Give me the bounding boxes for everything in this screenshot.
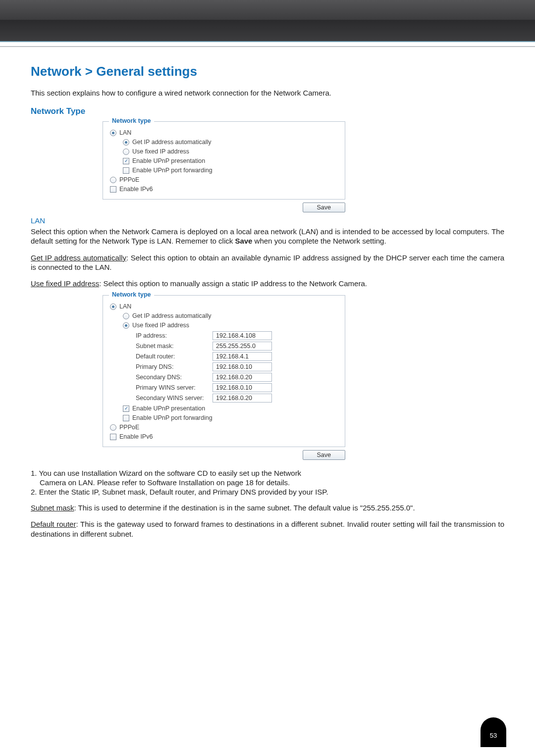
lan-para-b: when you complete the Network setting. [252,237,386,245]
p2-check-upnp-pres-row[interactable]: Enable UPnP presentation [110,405,338,412]
p2-check-upnp-port-row[interactable]: Enable UPnP port forwarding [110,414,338,421]
get-auto-label: Get IP address automatically [31,253,126,262]
page-body: Network > General settings This section … [0,47,535,560]
page-title: Network > General settings [31,64,504,79]
check-upnp-pres-row[interactable]: Enable UPnP presentation [110,157,338,164]
check-ipv6-row[interactable]: Enable IPv6 [110,186,338,193]
section-network-type: Network Type [31,106,504,116]
panel1-wrap: Network type LAN Get IP address automati… [103,121,345,200]
ip-address-input[interactable] [213,331,272,340]
primary-wins-input[interactable] [213,383,272,392]
p2-radio-pppoe-label: PPPoE [119,424,139,431]
secondary-dns-row: Secondary DNS: [136,373,338,382]
ip-address-row: IP address: [136,331,338,340]
radio-icon [123,313,129,319]
subnet-mask-row: Subnet mask: [136,342,338,351]
checkbox-icon [123,158,129,164]
radio-use-fixed-label: Use fixed IP address [132,148,189,155]
subnet-mask-label: Subnet mask: [136,343,208,350]
list-item-1a: 1. You can use Installation Wizard on th… [31,469,504,477]
secondary-dns-label: Secondary DNS: [136,374,208,381]
panel1-save-row: Save [103,202,345,212]
router-text: : This is the gateway used to forward fr… [31,520,504,538]
use-fixed-text: : Select this option to manually assign … [99,279,367,288]
radio-use-fixed-row[interactable]: Use fixed IP address [110,148,338,155]
separator [0,46,535,47]
panel2-wrap: Network type LAN Get IP address automati… [103,295,345,447]
header-band [0,0,535,42]
list-item-2: 2. Enter the Static IP, Subnet mask, Def… [31,488,504,496]
checkbox-icon [123,415,129,421]
secondary-wins-label: Secondary WINS server: [136,395,208,402]
save-button[interactable]: Save [303,450,346,460]
check-upnp-port-label: Enable UPnP port forwarding [132,167,213,174]
panel2-legend: Network type [109,291,154,298]
numbered-list: 1. You can use Installation Wizard on th… [31,469,504,496]
default-router-label: Default router: [136,353,208,360]
lan-paragraph: Select this option when the Network Came… [31,227,504,246]
subnet-label: Subnet mask [31,504,74,512]
primary-wins-label: Primary WINS server: [136,384,208,391]
router-paragraph: Default router: This is the gateway used… [31,519,504,538]
default-router-input[interactable] [213,352,272,361]
subnet-paragraph: Subnet mask: This is used to determine i… [31,503,504,512]
save-button[interactable]: Save [303,202,346,212]
check-ipv6-label: Enable IPv6 [119,186,153,193]
radio-icon [123,149,129,155]
radio-icon [110,424,116,431]
primary-dns-label: Primary DNS: [136,363,208,370]
router-label: Default router [31,520,76,528]
p2-radio-lan-row[interactable]: LAN [110,303,338,310]
radio-icon [110,130,116,136]
panel-network-type-2: Network type LAN Get IP address automati… [103,295,345,447]
panel2-save-row: Save [103,450,345,460]
p2-radio-use-fixed-row[interactable]: Use fixed IP address [110,322,338,329]
get-auto-paragraph: Get IP address automatically: Select thi… [31,253,504,272]
panel1-legend: Network type [109,117,154,124]
p2-check-upnp-pres-label: Enable UPnP presentation [132,405,205,412]
p2-radio-get-auto-row[interactable]: Get IP address automatically [110,312,338,319]
p2-radio-lan-label: LAN [119,303,131,310]
radio-icon [123,139,129,146]
radio-get-auto-label: Get IP address automatically [132,139,212,146]
radio-icon [110,303,116,310]
subnet-text: : This is used to determine if the desti… [74,504,415,512]
ip-address-label: IP address: [136,332,208,339]
primary-dns-input[interactable] [213,362,272,371]
default-router-row: Default router: [136,352,338,361]
primary-wins-row: Primary WINS server: [136,383,338,392]
radio-icon [123,322,129,329]
list-item-1b: Camera on LAN. Please refer to Software … [31,478,504,487]
secondary-dns-input[interactable] [213,373,272,382]
secondary-wins-input[interactable] [213,394,272,403]
use-fixed-paragraph: Use fixed IP address: Select this option… [31,279,504,288]
p2-check-upnp-port-label: Enable UPnP port forwarding [132,414,213,421]
primary-dns-row: Primary DNS: [136,362,338,371]
lan-subheading: LAN [31,216,504,225]
use-fixed-label: Use fixed IP address [31,279,99,288]
radio-get-auto-row[interactable]: Get IP address automatically [110,139,338,146]
radio-lan-label: LAN [119,129,131,136]
checkbox-icon [123,167,129,174]
lan-para-save: Save [235,237,252,245]
check-upnp-port-row[interactable]: Enable UPnP port forwarding [110,167,338,174]
checkbox-icon [110,434,116,440]
radio-pppoe-row[interactable]: PPPoE [110,176,338,183]
subnet-mask-input[interactable] [213,342,272,351]
p2-radio-use-fixed-label: Use fixed IP address [132,322,189,329]
radio-lan-row[interactable]: LAN [110,129,338,136]
p2-check-ipv6-label: Enable IPv6 [119,433,153,440]
checkbox-icon [123,405,129,412]
check-upnp-pres-label: Enable UPnP presentation [132,157,205,164]
radio-icon [110,177,116,183]
p2-radio-pppoe-row[interactable]: PPPoE [110,424,338,431]
secondary-wins-row: Secondary WINS server: [136,394,338,403]
intro-text: This section explains how to configure a… [31,88,504,98]
p2-check-ipv6-row[interactable]: Enable IPv6 [110,433,338,440]
checkbox-icon [110,186,116,193]
p2-radio-get-auto-label: Get IP address automatically [132,312,212,319]
radio-pppoe-label: PPPoE [119,176,139,183]
panel-network-type-1: Network type LAN Get IP address automati… [103,121,345,200]
